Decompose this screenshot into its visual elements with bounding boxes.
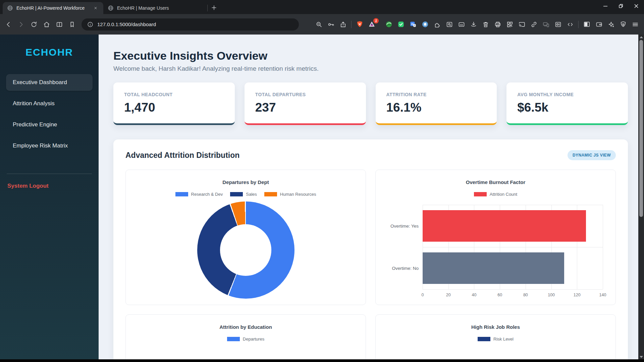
google-translate-icon[interactable]: G — [408, 19, 419, 30]
print-icon[interactable] — [492, 19, 503, 30]
url-action-buttons — [313, 19, 348, 30]
tab-dashboard[interactable]: EchoHR | AI-Powered Workforce — [3, 2, 103, 14]
scroll-down-arrow-icon[interactable] — [638, 354, 644, 359]
x-axis-tick: 100 — [548, 293, 555, 297]
idm-icon[interactable] — [383, 19, 394, 30]
brave-rewards-icon[interactable]: 1 — [366, 19, 377, 30]
logout-link[interactable]: System Logout — [7, 183, 99, 189]
legend-item-sales[interactable]: Sales — [230, 192, 257, 197]
task-check-icon[interactable] — [395, 19, 407, 30]
url-bar[interactable]: 127.0.0.1:5000/dashboard — [82, 18, 299, 31]
sidebar-menu: Executive DashboardAttrition AnalysisPre… — [0, 74, 99, 154]
stat-card-departures: TOTAL DEPARTURES 237 — [245, 82, 366, 125]
page-scrollbar[interactable] — [638, 35, 644, 359]
main-content: Executive Insights Overview Welcome back… — [99, 35, 644, 360]
bar-overtime-yes — [423, 210, 586, 241]
stat-card-attrition-rate: ATTRITION RATE 16.1% — [376, 82, 497, 125]
tab-separator — [207, 5, 208, 11]
site-info-icon[interactable] — [87, 21, 94, 28]
chart-legend: Research & DevSalesHuman Resources — [133, 192, 358, 197]
chart-title: Departures by Dept — [133, 179, 358, 185]
extensions-puzzle-icon[interactable] — [432, 19, 443, 30]
legend-item-human-resources[interactable]: Human Resources — [264, 192, 316, 197]
tab-title: EchoHR | AI-Powered Workforce — [16, 5, 89, 11]
brave-vpn-icon[interactable] — [618, 19, 629, 30]
chart-legend: Attrition Count — [383, 192, 608, 197]
legend-swatch — [478, 337, 490, 341]
new-tab-button[interactable] — [209, 3, 219, 13]
menu-icon[interactable] — [630, 19, 641, 30]
stat-card-avg-income: AVG MONTHLY INCOME $6.5k — [506, 82, 628, 125]
brave-shield-icon[interactable] — [354, 19, 365, 30]
scroll-up-arrow-icon[interactable] — [638, 35, 644, 40]
bar-category-label: Overtime: Yes — [383, 224, 419, 229]
leo-ai-icon[interactable] — [605, 19, 616, 30]
sidebar-item-predictive-engine[interactable]: Predictive Engine — [6, 116, 93, 133]
payment-card-icon[interactable] — [456, 19, 467, 30]
section-title: Advanced Attrition Distribution — [125, 151, 239, 160]
cast-icon[interactable] — [516, 19, 527, 30]
view-source-icon[interactable] — [565, 19, 576, 30]
nav-buttons — [3, 19, 77, 30]
home-icon[interactable] — [41, 19, 52, 30]
delete-history-icon[interactable] — [480, 19, 491, 30]
qr-code-icon[interactable] — [504, 19, 515, 30]
vault-icon[interactable] — [552, 19, 564, 30]
stats-row: TOTAL HEADCOUNT 1,470 TOTAL DEPARTURES 2… — [113, 82, 628, 125]
stat-label: TOTAL HEADCOUNT — [124, 92, 224, 97]
url-text: 127.0.0.1:5000/dashboard — [97, 21, 156, 27]
stat-label: ATTRITION RATE — [386, 92, 486, 97]
key-icon[interactable] — [325, 19, 336, 30]
chart-title: Overtime Burnout Factor — [383, 179, 608, 185]
search-tabs-icon[interactable] — [444, 19, 455, 30]
browser-toolbar: 127.0.0.1:5000/dashboard 1 G — [0, 14, 644, 35]
copy-link-icon[interactable] — [528, 19, 539, 30]
sidebar-item-employee-risk-matrix[interactable]: Employee Risk Matrix — [6, 137, 93, 154]
minimize-button[interactable] — [598, 0, 613, 12]
scrollbar-thumb[interactable] — [639, 40, 643, 217]
chart-high-risk-job-roles: High Risk Job Roles Risk Level — [375, 314, 616, 360]
rewards-notification-badge: 1 — [373, 18, 379, 23]
forward-icon[interactable] — [15, 19, 26, 30]
restore-button[interactable] — [613, 0, 629, 12]
bar-row-overtime-no: Overtime: No — [423, 247, 603, 289]
tab-close-icon[interactable] — [92, 4, 99, 12]
home-extension-icon[interactable] — [420, 19, 431, 30]
page-subtitle: Welcome back, Harsh Kadikar! Analyzing r… — [113, 65, 628, 72]
brave-wallet-icon[interactable] — [593, 19, 604, 30]
back-icon[interactable] — [3, 19, 14, 30]
stat-label: AVG MONTHLY INCOME — [517, 92, 617, 97]
bar-category-label: Overtime: No — [383, 266, 419, 271]
sidebar-item-attrition-analysis[interactable]: Attrition Analysis — [6, 95, 93, 112]
send-to-device-icon[interactable] — [540, 19, 551, 30]
legend-item-attrition-count[interactable]: Attrition Count — [474, 192, 517, 197]
close-button[interactable] — [629, 0, 644, 12]
legend-swatch — [230, 192, 243, 196]
legend-swatch — [175, 192, 188, 196]
bar-row-overtime-yes: Overtime: Yes — [423, 205, 603, 247]
panel-toggle-icon[interactable] — [581, 19, 592, 30]
extension-buttons: G — [383, 19, 576, 30]
app-logo: ECHOHR — [0, 47, 99, 58]
x-axis-tick: 140 — [599, 293, 606, 297]
zoom-out-icon[interactable] — [313, 19, 324, 30]
sidebar-item-executive-dashboard[interactable]: Executive Dashboard — [6, 74, 93, 91]
reload-icon[interactable] — [28, 19, 39, 30]
brave-buttons: 1 — [354, 19, 377, 30]
chart-overtime-burnout: Overtime Burnout Factor Attrition Count … — [375, 170, 616, 305]
split-view-icon[interactable] — [54, 19, 65, 30]
bookmark-icon[interactable] — [66, 19, 77, 30]
share-icon[interactable] — [337, 19, 348, 30]
browser-tab-bar: EchoHR | AI-Powered Workforce EchoHR | M… — [0, 0, 644, 14]
legend-item-departures[interactable]: Departures — [227, 337, 264, 342]
legend-item-risk-level[interactable]: Risk Level — [478, 337, 514, 342]
tab-manage-users[interactable]: EchoHR | Manage Users — [103, 2, 207, 14]
download-icon[interactable] — [468, 19, 479, 30]
tab-title: EchoHR | Manage Users — [117, 5, 203, 11]
legend-swatch — [474, 192, 487, 196]
chart-legend: Departures — [133, 337, 358, 342]
legend-item-research-dev[interactable]: Research & Dev — [175, 192, 223, 197]
x-axis-tick: 40 — [472, 293, 476, 297]
window-controls — [598, 0, 644, 12]
legend-swatch — [227, 337, 240, 341]
